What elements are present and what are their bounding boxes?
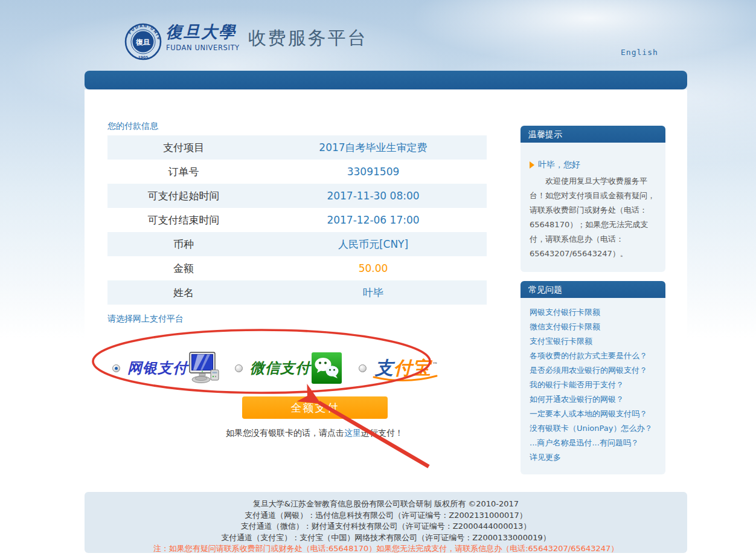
method-netbank[interactable]: 网银支付 (112, 352, 219, 384)
select-platform-title: 请选择网上支付平台 (107, 314, 184, 325)
payment-info-title: 您的付款信息 (107, 121, 158, 132)
note-prefix: 如果您没有银联卡的话，请点击 (226, 428, 344, 438)
tips-panel: 温馨提示 叶毕，您好 欢迎使用复旦大学收费服务平台！如您对支付项目或金额有疑问，… (521, 126, 665, 272)
faq-panel-title: 常见问题 (521, 281, 665, 298)
faq-link[interactable]: 如何开通农业银行的网银？ (530, 392, 656, 407)
row-label: 支付项目 (107, 141, 260, 155)
page-title: 收费服务平台 (248, 28, 368, 48)
note-suffix: 进行支付！ (361, 428, 403, 438)
faq-link[interactable]: 是否必须用农业银行的网银支付？ (530, 363, 656, 378)
tips-paragraph: 欢迎使用复旦大学收费服务平台！如您对支付项目或金额有疑问，请联系收费部门或财务处… (530, 174, 656, 261)
alipay-tm-mark: ™ (432, 355, 438, 373)
table-row: 姓名 叶毕 (107, 280, 487, 305)
footer-copyright: 复旦大学&江苏金智教育信息股份有限公司联合研制 版权所有 ©2010-2017 (85, 499, 687, 510)
pay-here-link[interactable]: 这里 (344, 428, 361, 438)
wechat-radio[interactable] (235, 364, 243, 372)
no-unionpay-note: 如果您没有银联卡的话，请点击这里进行支付！ (194, 428, 435, 439)
footer-channel-alipay: 支付通道（支付宝）：支付宝（中国）网络技术有限公司（许可证编号：Z2000133… (85, 532, 687, 544)
table-row: 可支付结束时间 2017-12-06 17:00 (107, 208, 487, 232)
table-row: 支付项目 2017自考毕业生审定费 (107, 135, 487, 160)
table-row: 订单号 33091509 (107, 160, 487, 184)
netbank-monitor-icon[interactable] (189, 352, 219, 384)
footer-channel-wechat: 支付通道（微信）：财付通支付科技有限公司（许可证编号：Z200044400001… (85, 521, 687, 532)
footer: 复旦大学&江苏金智教育信息股份有限公司联合研制 版权所有 ©2010-2017 … (85, 492, 687, 553)
svg-text:復旦: 復旦 (135, 38, 150, 47)
footer-channel-netbank: 支付通道（网银）：迅付信息科技有限公司（许可证编号：Z2002131000017… (85, 510, 687, 522)
row-label: 可支付起始时间 (107, 189, 260, 203)
amount-value: 50.00 (260, 262, 487, 274)
netbank-radio[interactable] (112, 364, 120, 372)
row-label: 订单号 (107, 165, 260, 179)
faq-link[interactable]: 网银支付银行卡限额 (530, 305, 656, 320)
faq-more-link[interactable]: 详见更多 (530, 450, 656, 465)
row-label: 可支付结束时间 (107, 213, 260, 227)
table-row: 金额 50.00 (107, 256, 487, 280)
main-content: 您的付款信息 支付项目 2017自考毕业生审定费 订单号 33091509 可支… (85, 89, 687, 556)
faq-link[interactable]: 微信支付银行卡限额 (530, 320, 656, 334)
svg-text:1905: 1905 (138, 55, 149, 59)
wechat-icon[interactable] (312, 352, 342, 384)
greeting-arrow-icon (530, 161, 534, 169)
row-value: 2017-12-06 17:00 (260, 214, 487, 226)
nav-bar (85, 71, 687, 89)
row-value: 人民币元[CNY] (260, 238, 487, 251)
alipay-radio[interactable] (359, 364, 367, 372)
footer-contact-warning: 注：如果您有疑问请联系收费部门或财务处（电话:65648170）如果您无法完成支… (85, 543, 687, 555)
netbank-label[interactable]: 网银支付 (127, 358, 188, 378)
table-row: 币种 人民币元[CNY] (107, 232, 487, 256)
table-row: 可支付起始时间 2017-11-30 08:00 (107, 184, 487, 208)
greeting-text: 叶毕，您好 (538, 160, 580, 170)
faq-link[interactable]: 一定要本人或本地的网银支付吗？ (530, 407, 656, 421)
payment-method-group: 网银支付 微信支付 (112, 348, 511, 388)
payment-info-table: 支付项目 2017自考毕业生审定费 订单号 33091509 可支付起始时间 2… (107, 135, 487, 305)
row-label: 币种 (107, 238, 260, 251)
faq-link[interactable]: ...商户名称是迅付...有问题吗？ (530, 436, 656, 450)
faq-link[interactable]: 没有银联卡（UnionPay）怎么办？ (530, 421, 656, 436)
row-value: 2017自考毕业生审定费 (260, 141, 487, 155)
fudan-seal-icon: FUDAN·UNIVERSITY 復旦 1905 (124, 22, 162, 62)
alipay-logo[interactable]: 支付宝 ™ (375, 359, 431, 377)
english-language-link[interactable]: English (621, 48, 658, 57)
wechat-label[interactable]: 微信支付 (250, 358, 310, 378)
pay-full-amount-button[interactable]: 全额支付 (242, 396, 388, 419)
greeting-row: 叶毕，您好 (530, 160, 656, 170)
faq-link[interactable]: 支付宝银行卡限额 (530, 334, 656, 349)
university-name-zh: 復旦大學 (166, 22, 240, 42)
university-name-en: FUDAN UNIVERSITY (166, 44, 240, 52)
fudan-logo: FUDAN·UNIVERSITY 復旦 1905 復旦大學 FUDAN UNIV… (124, 22, 368, 62)
faq-panel: 常见问题 网银支付银行卡限额 微信支付银行卡限额 支付宝银行卡限额 各项收费的付… (521, 281, 665, 474)
row-label: 姓名 (107, 286, 260, 300)
row-value: 2017-11-30 08:00 (260, 190, 487, 202)
tips-panel-title: 温馨提示 (521, 126, 665, 143)
alipay-swoosh (373, 375, 439, 383)
row-value: 叶毕 (260, 286, 487, 300)
faq-link[interactable]: 我的银行卡能否用于支付？ (530, 378, 656, 392)
row-label: 金额 (107, 262, 260, 276)
row-value: 33091509 (260, 166, 487, 178)
method-wechat[interactable]: 微信支付 (235, 352, 342, 384)
method-alipay[interactable]: 支付宝 ™ (359, 359, 431, 377)
faq-link[interactable]: 各项收费的付款方式主要是什么？ (530, 349, 656, 363)
